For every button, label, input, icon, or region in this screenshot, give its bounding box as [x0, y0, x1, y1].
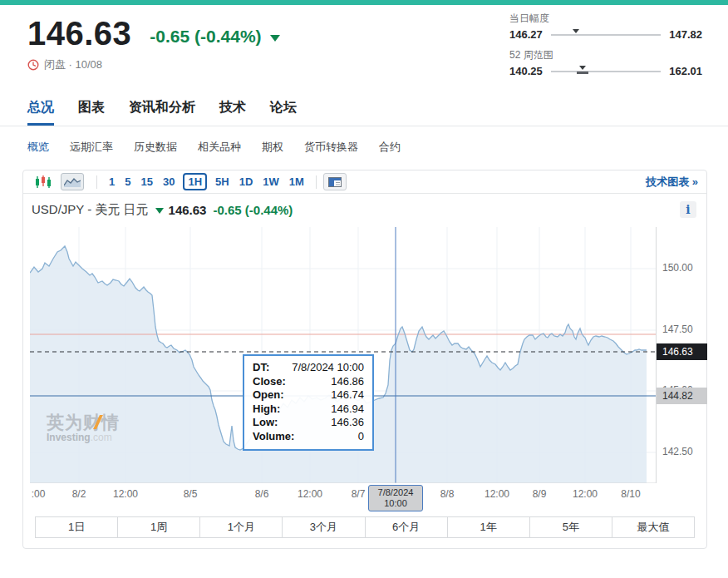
y-axis-label: 142.50: [662, 446, 693, 457]
range-row: 146.27147.82: [509, 28, 702, 41]
chart-title: USD/JPY - 美元 日元: [32, 202, 149, 218]
tooltip-row: Open:146.74: [253, 388, 364, 403]
technical-chart-link[interactable]: 技术图表 »: [646, 175, 698, 190]
current-price-badge: 146.63: [657, 343, 707, 360]
badge-date: 7/8/2024: [369, 487, 422, 498]
subnav-概览[interactable]: 概览: [27, 140, 49, 155]
down-triangle-icon: [155, 208, 164, 214]
main-tabs: 总况图表资讯和分析技术论坛: [0, 94, 728, 126]
tooltip-label: Open:: [253, 388, 284, 403]
timeframe-list: 1515301H5H1D1W1M: [104, 173, 309, 190]
period-button-1周[interactable]: 1周: [117, 516, 200, 538]
x-axis-label: 8/10: [612, 488, 649, 500]
range-marker-icon: [573, 29, 579, 33]
range-row: 140.25162.01: [509, 65, 702, 77]
timeframe-1[interactable]: 1: [109, 175, 115, 188]
period-button-1日[interactable]: 1日: [35, 516, 118, 538]
subnav-远期汇率[interactable]: 远期汇率: [70, 140, 113, 155]
tooltip-label: DT:: [253, 361, 269, 375]
chart-area[interactable]: 150.00147.50145.00142.50146.63144.82 英为财…: [23, 225, 706, 510]
chart-change: -0.65 (-0.44%): [213, 203, 293, 217]
tooltip-label: High:: [253, 403, 280, 417]
subnav-合约[interactable]: 合约: [379, 140, 401, 155]
subnav-期权[interactable]: 期权: [262, 140, 283, 155]
timeframe-5[interactable]: 5: [125, 175, 130, 188]
tooltip-value: 146.74: [331, 388, 364, 403]
timeframe-30[interactable]: 30: [163, 175, 175, 188]
timeframe-15[interactable]: 15: [140, 175, 152, 188]
y-axis-label: 147.50: [662, 324, 693, 335]
x-axis-label: 12:00: [567, 488, 603, 500]
period-button-6个月[interactable]: 6个月: [365, 516, 448, 538]
range-label: 当日幅度: [509, 12, 702, 26]
tooltip-value: 146.36: [331, 416, 364, 430]
tooltip-row: Close:146.86: [253, 375, 364, 389]
info-icon[interactable]: i: [680, 201, 696, 218]
timeframe-1W[interactable]: 1W: [263, 175, 279, 188]
x-axis-label: 8/6: [243, 488, 280, 500]
range-track: [551, 71, 661, 72]
range-high: 147.82: [669, 28, 702, 41]
x-axis-label: 8/2: [61, 488, 97, 500]
range-high: 162.01: [669, 65, 702, 77]
chart-price: 146.63: [169, 203, 207, 217]
price-change: -0.65 (-0.44%): [150, 27, 261, 47]
badge-time: 10:00: [369, 498, 422, 509]
layout-panel-icon[interactable]: [323, 173, 347, 190]
period-button-5年[interactable]: 5年: [529, 516, 612, 538]
tooltip-label: Volume:: [253, 430, 294, 444]
range-label: 52 周范围: [509, 48, 702, 62]
subnav-货币转换器[interactable]: 货币转换器: [304, 140, 358, 155]
timeframe-1H[interactable]: 1H: [183, 173, 207, 190]
level-price-badge: 144.82: [657, 388, 707, 404]
tooltip-row: High:146.94: [253, 403, 364, 417]
market-status: 闭盘 · 10/08: [44, 57, 102, 72]
clock-icon: [27, 59, 39, 71]
period-buttons: 1日1周1个月3个月6个月1年5年最大值: [35, 516, 695, 538]
tooltip-row: DT:7/8/2024 10:00: [253, 361, 364, 375]
area-chart-icon[interactable]: [61, 173, 84, 190]
period-button-最大值[interactable]: 最大值: [612, 516, 695, 538]
down-triangle-icon: [270, 35, 280, 42]
chart-toolbar: 1515301H5H1D1W1M 技术图表 »: [23, 170, 706, 194]
tooltip-row: Volume:0: [253, 430, 364, 444]
ohlc-tooltip: DT:7/8/2024 10:00Close:146.86Open:146.74…: [243, 354, 374, 451]
tooltip-value: 7/8/2024 10:00: [292, 361, 364, 375]
period-button-1年[interactable]: 1年: [447, 516, 530, 538]
timeframe-5H[interactable]: 5H: [215, 175, 229, 188]
tab-技术[interactable]: 技术: [219, 94, 246, 126]
y-axis: 150.00147.50145.00142.50146.63144.82: [656, 227, 706, 483]
last-price: 146.63: [27, 15, 131, 52]
crosshair-date-badge: 7/8/202410:00: [368, 485, 423, 511]
range-track: [551, 34, 661, 36]
tab-总况[interactable]: 总况: [27, 94, 54, 126]
timeframe-1M[interactable]: 1M: [289, 175, 304, 188]
instrument-header: 146.63 -0.65 (-0.44%) 闭盘 · 10/08 当日幅度146…: [0, 5, 728, 72]
ranges-block: 当日幅度146.27147.8252 周范围140.25162.01: [509, 12, 702, 85]
toolbar-separator: [316, 175, 317, 189]
x-axis-label: 8/5: [172, 488, 209, 500]
tab-资讯和分析[interactable]: 资讯和分析: [129, 94, 195, 126]
period-button-1个月[interactable]: 1个月: [199, 516, 283, 538]
candlestick-chart-icon[interactable]: [32, 173, 55, 190]
range-low: 146.27: [509, 28, 543, 41]
tab-图表[interactable]: 图表: [78, 94, 105, 126]
timeframe-1D[interactable]: 1D: [239, 175, 253, 188]
sub-nav: 概览远期汇率历史数据相关品种期权货币转换器合约: [0, 126, 728, 155]
tooltip-value: 146.94: [331, 403, 364, 417]
subnav-历史数据[interactable]: 历史数据: [134, 140, 177, 155]
chart-title-row: USD/JPY - 美元 日元 146.63 -0.65 (-0.44%) i: [23, 194, 706, 225]
tooltip-row: Low:146.36: [253, 416, 364, 430]
tooltip-label: Close:: [253, 375, 286, 389]
x-axis-label: 12:00: [107, 488, 144, 500]
y-axis-label: 150.00: [662, 262, 693, 274]
tooltip-value: 0: [358, 430, 364, 444]
toolbar-separator: [96, 175, 97, 189]
period-button-3个月[interactable]: 3个月: [282, 516, 365, 538]
x-axis-label: :00: [20, 488, 57, 500]
tab-论坛[interactable]: 论坛: [270, 94, 297, 126]
range-marker-bar: [577, 72, 588, 74]
subnav-相关品种[interactable]: 相关品种: [198, 140, 241, 155]
watermark-logo: 英为财情 Investing.com: [47, 413, 120, 442]
x-axis-label: 12:00: [479, 488, 515, 500]
